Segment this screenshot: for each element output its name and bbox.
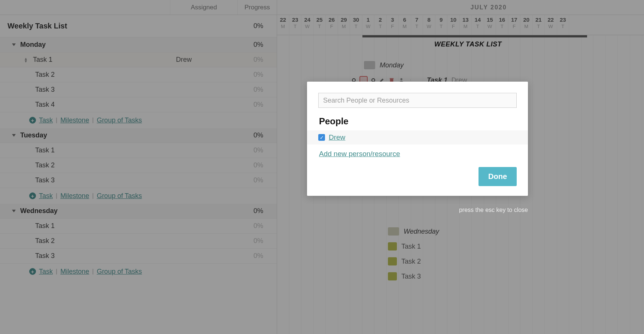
person-name-link[interactable]: Drew — [329, 133, 345, 142]
checkbox-checked-icon[interactable]: ✓ — [318, 134, 325, 141]
people-header: People — [319, 116, 517, 127]
add-person-link[interactable]: Add new person/resource — [318, 150, 517, 158]
done-button[interactable]: Done — [479, 167, 517, 186]
person-row[interactable]: ✓ Drew — [307, 130, 528, 145]
assign-resource-modal: People ✓ Drew Add new person/resource Do… — [307, 82, 528, 196]
search-input[interactable] — [318, 93, 517, 108]
esc-hint: press the esc key to close — [307, 207, 528, 213]
